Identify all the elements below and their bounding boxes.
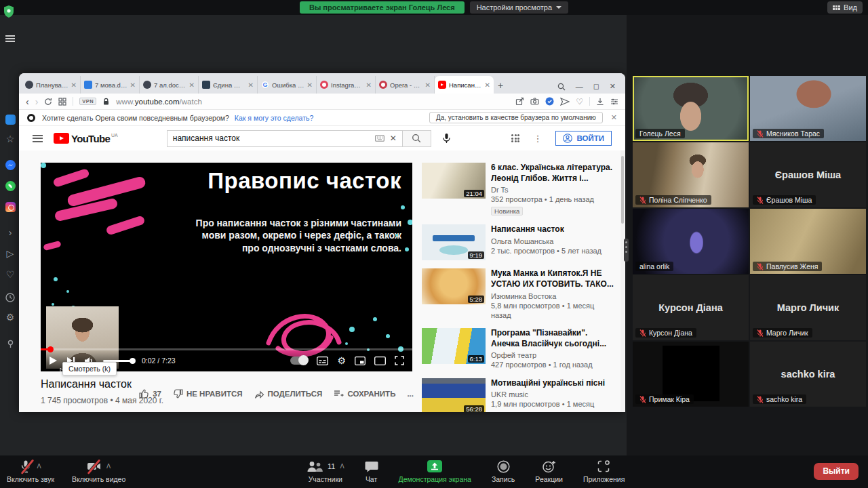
voice-search-icon[interactable]: [442, 133, 451, 144]
messenger-icon[interactable]: [4, 159, 16, 171]
tab-youtube-active[interactable]: Написання част✕: [435, 76, 494, 94]
notice-help-link[interactable]: Как я могу это сделать?: [235, 114, 313, 122]
participant-tile[interactable]: Єрашов Міша Єрашов Міша: [750, 142, 866, 207]
search-button[interactable]: [403, 130, 431, 147]
tab-planning[interactable]: Планування вч✕: [22, 76, 81, 94]
unmute-button[interactable]: ᐱ Включить звук: [7, 455, 54, 483]
dislike-button[interactable]: НЕ НРАВИТСЯ: [173, 389, 243, 399]
settings-gear-icon[interactable]: ⚙: [337, 355, 346, 366]
fullscreen-icon[interactable]: [395, 356, 404, 365]
chevron-right-icon[interactable]: ›: [4, 226, 16, 239]
play-button[interactable]: [49, 356, 58, 365]
tab-search-icon[interactable]: [557, 83, 566, 91]
view-button[interactable]: Вид: [827, 1, 863, 14]
more-options-icon[interactable]: ⋮: [533, 134, 542, 144]
video-options-caret[interactable]: ᐱ: [106, 463, 111, 470]
guide-menu-icon[interactable]: [33, 133, 43, 144]
suggested-video-item[interactable]: 5:28 Мука Манка и Кипяток.Я НЕ УСТАЮ ИХ …: [422, 268, 620, 320]
close-tab-icon[interactable]: ✕: [248, 81, 254, 89]
close-tab-icon[interactable]: ✕: [485, 81, 490, 89]
keyboard-icon[interactable]: [375, 135, 384, 142]
participant-tile[interactable]: Мясников Тарас: [750, 76, 866, 141]
participant-tile[interactable]: Марго Личик Марго Личик: [750, 275, 866, 340]
save-button[interactable]: СОХРАНИТЬ: [334, 390, 395, 398]
snapshot-camera-icon[interactable]: [530, 98, 539, 105]
like-button[interactable]: 37: [139, 389, 161, 399]
extension-badge-icon[interactable]: [545, 97, 554, 106]
bookmark-heart-icon[interactable]: ♡: [576, 97, 583, 106]
share-page-icon[interactable]: [515, 97, 524, 106]
participant-tile[interactable]: Павлусив Женя: [750, 209, 866, 274]
minimize-icon[interactable]: —: [576, 83, 583, 91]
participant-tile[interactable]: Поліна Сліпченко: [633, 142, 749, 207]
start-video-button[interactable]: ᐱ Включить видео: [72, 455, 125, 483]
suggested-video-item[interactable]: 6:13 Програма "Пізнавайки". Анечка Власі…: [422, 328, 620, 369]
view-options-button[interactable]: Настройки просмотра: [470, 1, 568, 14]
close-tab-icon[interactable]: ✕: [366, 81, 372, 89]
play-media-icon[interactable]: ▷: [4, 247, 16, 260]
video-player[interactable]: Правопис часток Про написання часток з р…: [41, 163, 412, 371]
youtube-logo[interactable]: YouTube UA: [54, 133, 118, 144]
reactions-button[interactable]: Реакции: [535, 455, 563, 483]
sign-in-button[interactable]: ВОЙТИ: [555, 131, 612, 146]
close-tab-icon[interactable]: ✕: [425, 81, 431, 89]
clear-search-icon[interactable]: ✕: [390, 134, 397, 143]
history-clock-icon[interactable]: [4, 291, 16, 304]
close-tab-icon[interactable]: ✕: [71, 81, 77, 89]
theater-mode-icon[interactable]: [374, 357, 386, 365]
tab-school[interactable]: Єдина Школа✕: [199, 76, 258, 94]
participant-tile[interactable]: alina orlik: [633, 209, 749, 274]
pinboard-icon[interactable]: [4, 338, 16, 350]
my-flow-icon[interactable]: [560, 98, 570, 106]
whatsapp-icon[interactable]: [4, 180, 16, 192]
close-tab-icon[interactable]: ✕: [130, 81, 136, 89]
favorites-heart-icon[interactable]: ♡: [4, 268, 16, 281]
speed-dial-icon[interactable]: [58, 98, 66, 106]
downloads-icon[interactable]: [596, 98, 604, 106]
participants-caret[interactable]: ᐱ: [340, 463, 344, 470]
url-text[interactable]: www.youtube.com/watch: [116, 98, 202, 106]
sidebar-tune-icon[interactable]: [610, 98, 618, 106]
set-default-browser-button[interactable]: Да, установить в качестве браузера по ум…: [429, 112, 603, 123]
close-tab-icon[interactable]: ✕: [307, 81, 313, 89]
participant-tile[interactable]: Примак Кіра: [633, 342, 749, 407]
app-shortcut-icon[interactable]: [4, 113, 16, 125]
participants-button[interactable]: 11 ᐱ Участники: [307, 455, 344, 483]
more-actions-icon[interactable]: ...: [407, 390, 414, 398]
forward-icon[interactable]: ›: [35, 97, 39, 106]
chat-button[interactable]: Чат: [365, 455, 378, 483]
reload-icon[interactable]: [44, 98, 52, 106]
close-notice-icon[interactable]: ✕: [611, 113, 617, 122]
subtitles-icon[interactable]: [317, 357, 328, 365]
suggested-video-item[interactable]: 56:28 Мотиваційні українські пісніUKR mu…: [422, 378, 620, 412]
audio-options-caret[interactable]: ᐱ: [37, 463, 41, 470]
miniplayer-icon[interactable]: [355, 357, 366, 365]
page-scrollbar[interactable]: [620, 150, 625, 412]
bookmarks-star-icon[interactable]: ☆: [4, 133, 16, 145]
participant-tile[interactable]: Курсон Діана Курсон Діана: [633, 275, 749, 340]
participant-tile[interactable]: Голець Леся: [633, 76, 749, 141]
tab-al-doc[interactable]: 7 ал.doc - Goog✕: [140, 76, 199, 94]
close-window-icon[interactable]: ✕: [610, 82, 616, 91]
tab-opera-update[interactable]: Opera - Обновл✕: [376, 76, 435, 94]
new-tab-button[interactable]: +: [498, 80, 503, 91]
leave-meeting-button[interactable]: Выйти: [814, 463, 859, 480]
maximize-icon[interactable]: ◻: [593, 82, 599, 91]
youtube-apps-icon[interactable]: [511, 134, 519, 142]
menu-icon[interactable]: [4, 33, 16, 45]
tab-mova-doc[interactable]: 7 мова.doc - Go✕: [81, 76, 140, 94]
search-input[interactable]: написання часток ✕: [167, 130, 403, 147]
suggested-video-item[interactable]: 21:04 6 клас. Українська література. Лео…: [422, 163, 620, 216]
share-screen-button[interactable]: Демонстрация экрана: [399, 455, 471, 483]
autoplay-toggle[interactable]: [290, 357, 308, 365]
panel-resize-handle[interactable]: [624, 239, 629, 262]
close-tab-icon[interactable]: ✕: [189, 81, 195, 89]
share-button[interactable]: ПОДЕЛИТЬСЯ: [254, 390, 323, 399]
suggested-video-item[interactable]: 9:19 Написання частокОльга Мошанська2 ты…: [422, 224, 620, 260]
instagram-icon[interactable]: [4, 201, 16, 213]
apps-button[interactable]: Приложения: [583, 455, 625, 483]
back-icon[interactable]: ‹: [26, 97, 29, 106]
vpn-badge[interactable]: VPN: [79, 98, 96, 105]
record-button[interactable]: Запись: [492, 455, 515, 483]
settings-gear-icon[interactable]: ⚙: [4, 311, 16, 323]
